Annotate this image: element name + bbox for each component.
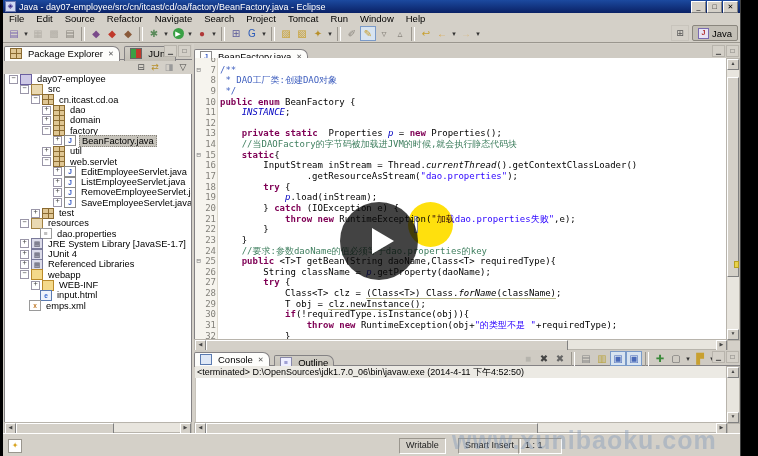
close-tab-icon[interactable]: ✕ (258, 356, 264, 364)
focus-icon[interactable]: ◨ (162, 61, 176, 73)
coverage-dropdown[interactable]: ▾ (210, 26, 218, 41)
tree-item-editemployeeservlet-java[interactable]: +JEditEmployeeServlet.java (5, 167, 191, 177)
tree-item-listemployeeservlet-java[interactable]: +JListEmployeeServlet.java (5, 177, 191, 187)
back-icon[interactable]: ← (434, 26, 450, 41)
menu-run[interactable]: Run (325, 13, 354, 25)
console-output[interactable] (195, 378, 728, 424)
scroll-up-icon[interactable]: ▲ (727, 367, 739, 378)
tree-item-dao[interactable]: +dao (5, 105, 191, 115)
video-play-button[interactable] (340, 202, 418, 280)
tree-item-saveemployeeservlet-java[interactable]: +JSaveEmployeeServlet.java (5, 198, 191, 208)
console-vscrollbar[interactable]: ▲ ▼ (726, 366, 740, 424)
fold-collapse-icon[interactable]: ⊟ (195, 65, 202, 76)
tree-item-web-servlet[interactable]: −web.servlet (5, 156, 191, 166)
display-console-dropdown[interactable]: ▾ (684, 351, 692, 366)
perspective-java-button[interactable]: J Java (692, 25, 738, 41)
tree-item-jre-system-library-javase-1-7[interactable]: +▤JRE System Library [JavaSE-1.7] (5, 239, 191, 249)
fold-collapse-icon[interactable]: ⊟ (195, 150, 202, 161)
new-wizard-icon[interactable]: ▤ (6, 26, 22, 41)
tab-console[interactable]: Console ✕ (194, 352, 270, 367)
open-folder-icon[interactable]: ▨ (278, 26, 294, 41)
annotation-nav-icon[interactable]: ✐ (344, 26, 360, 41)
search-icon[interactable]: ✦ (310, 26, 326, 41)
show-stdout-icon[interactable]: ▣ (610, 351, 626, 366)
scroll-up-icon[interactable]: ▲ (727, 59, 739, 70)
view-menu-icon[interactable]: ▽ (176, 61, 190, 73)
tree-item-beanfactory-java[interactable]: +JBeanFactory.java (5, 136, 191, 146)
expand-icon[interactable]: + (42, 116, 51, 125)
menu-edit[interactable]: Edit (30, 13, 58, 25)
menu-project[interactable]: Project (240, 13, 282, 25)
tree-item-dao-properties[interactable]: ≡dao.properties (5, 228, 191, 238)
menu-refactor[interactable]: Refactor (101, 13, 149, 25)
coverage-icon[interactable]: ● (194, 26, 210, 41)
tree-item-webapp[interactable]: −webapp (5, 270, 191, 280)
fold-collapse-icon[interactable]: ⊟ (195, 256, 202, 267)
run-dropdown[interactable]: ▾ (186, 26, 194, 41)
tree-item-input-html[interactable]: einput.html (5, 290, 191, 300)
tree-item-referenced-libraries[interactable]: +▤Referenced Libraries (5, 259, 191, 269)
tomcat-start-icon[interactable]: ◆ (104, 26, 120, 41)
expand-icon[interactable]: + (53, 167, 62, 176)
next-annotation-icon[interactable]: ▿ (376, 26, 392, 41)
scroll-thumb[interactable] (727, 77, 739, 277)
tree-item-junit-4[interactable]: +▤JUnit 4 (5, 249, 191, 259)
expand-icon[interactable]: + (31, 281, 40, 290)
forward-icon[interactable]: → (458, 26, 474, 41)
last-edit-icon[interactable]: ↩ (418, 26, 434, 41)
new-wizard-dropdown[interactable]: ▾ (22, 26, 30, 41)
tomcat-stop-icon[interactable]: ◆ (120, 26, 136, 41)
generate-icon[interactable]: G (244, 26, 260, 41)
expand-icon[interactable]: + (20, 250, 29, 259)
menu-search[interactable]: Search (198, 13, 240, 25)
minimize-view-icon[interactable]: ▁ (164, 45, 177, 57)
expand-icon[interactable]: + (53, 198, 62, 207)
open-type-icon[interactable]: ▧ (294, 26, 310, 41)
expand-icon[interactable]: + (20, 260, 29, 269)
expand-icon[interactable]: + (53, 178, 62, 187)
menu-tomcat[interactable]: Tomcat (282, 13, 325, 25)
expand-icon[interactable]: + (20, 239, 29, 248)
menu-help[interactable]: Help (400, 13, 432, 25)
new-project-icon[interactable]: ⊞ (228, 26, 244, 41)
open-console-icon[interactable]: ▛ (692, 351, 708, 366)
print-icon[interactable]: ▤ (62, 26, 78, 41)
editor-vscrollbar[interactable]: ▲ ▼ (726, 58, 740, 341)
forward-dropdown[interactable]: ▾ (474, 26, 482, 41)
scroll-lock-icon[interactable]: ▥ (594, 351, 610, 366)
close-button[interactable]: ✕ (723, 1, 738, 13)
status-tip-icon[interactable]: ✦ (8, 439, 22, 453)
menu-file[interactable]: File (3, 13, 30, 25)
maximize-button[interactable]: □ (707, 1, 722, 13)
expand-icon[interactable]: + (31, 209, 40, 218)
expand-icon[interactable]: + (53, 188, 62, 197)
debug-icon[interactable]: ✱ (146, 26, 162, 41)
terminate-icon[interactable]: ■ (520, 351, 536, 366)
menu-source[interactable]: Source (59, 13, 101, 25)
collapse-icon[interactable]: − (42, 157, 51, 166)
expand-icon[interactable]: + (42, 106, 51, 115)
remove-launch-icon[interactable]: ✖ (536, 351, 552, 366)
debug-dropdown[interactable]: ▾ (162, 26, 170, 41)
mark-occurrences-icon[interactable]: ✎ (360, 26, 376, 41)
close-tab-icon[interactable]: ✕ (108, 50, 114, 58)
tree-item-web-inf[interactable]: +WEB-INF (5, 280, 191, 290)
collapse-icon[interactable]: − (20, 85, 29, 94)
editor-hscrollbar[interactable]: ◀ ▶ (194, 339, 728, 350)
tree-item-emps-xml[interactable]: xemps.xml (5, 301, 191, 311)
generate-dropdown[interactable]: ▾ (260, 26, 268, 41)
tree-item-removeemployeeservlet-java[interactable]: +JRemoveEmployeeServlet.java (5, 187, 191, 197)
tree-item-domain[interactable]: +domain (5, 115, 191, 125)
tree-item-test[interactable]: +test (5, 208, 191, 218)
collapse-icon[interactable]: − (20, 219, 29, 228)
code-area[interactable]: 6⊟7/**8 * DAO工厂类:创建DAO对象9 */10public enu… (194, 58, 728, 341)
scroll-down-icon[interactable]: ▼ (727, 329, 739, 340)
tree-item-src[interactable]: −src (5, 84, 191, 94)
tab-package-explorer[interactable]: Package Explorer ✕ (4, 46, 120, 61)
minimize-view-icon[interactable]: ▁ (712, 45, 725, 57)
minimize-button[interactable]: _ (691, 1, 706, 13)
tree-item-day07-employee[interactable]: −day07-employee (5, 74, 191, 84)
collapse-icon[interactable]: − (31, 95, 40, 104)
pin-console-icon[interactable]: ✚ (652, 351, 668, 366)
collapse-icon[interactable]: − (20, 270, 29, 279)
